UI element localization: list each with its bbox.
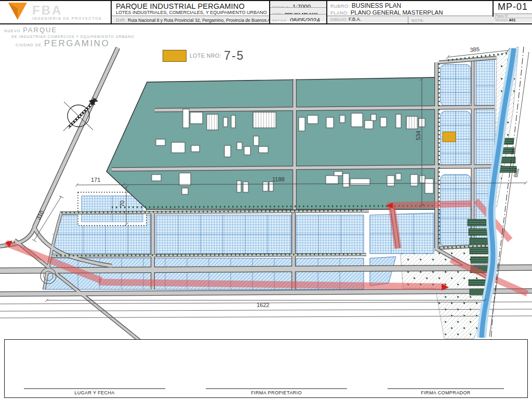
dim-385: 385: [470, 46, 480, 53]
signature-box: LUGAR Y FECHA FIRMA PROPIETARIO FIRMA CO…: [4, 339, 528, 398]
dim-70: 70: [119, 201, 125, 207]
sheet-number-cell: MP-01 Plano N° Version A01: [494, 1, 532, 23]
signature-line: [206, 388, 347, 389]
sheet-code: MP-01: [494, 1, 532, 14]
dim-1622: 1622: [257, 302, 269, 308]
drawing-title: PARQUE INDUSTRIAL PERGAMINO: [112, 1, 269, 10]
banner-parque: PARQUE: [23, 26, 57, 34]
signature-block-owner: FIRMA PROPIETARIO: [206, 388, 347, 395]
fecha-row: FECHA: 08/05/2024: [270, 15, 326, 21]
dim-1188: 1188: [272, 176, 285, 182]
logo-tagline: INGENIERIA DE PROYECTOS: [32, 17, 102, 20]
lot-legend-label: LOTE NRO:: [190, 52, 221, 59]
banner-line2: DE INDUSTRIAS COMERCIOS Y EQUIPAMIENTO U…: [11, 35, 139, 38]
dim-534: 534: [415, 131, 421, 140]
signature-block-place-date: LUGAR Y FECHA: [24, 388, 165, 395]
signature-line: [24, 388, 165, 389]
highlighted-lot-7-5: [443, 132, 456, 142]
version-label: Version: [495, 18, 508, 22]
rubro-label: RUBRO:: [330, 4, 350, 9]
rubro-value: BUSINESS PLAN: [352, 2, 401, 9]
drawing-subtitle: LOTES INDUSTRIALES, COMERCIALES, Y EQUIP…: [112, 10, 269, 16]
drawing-sheet: FBA INGENIERIA DE PROYECTOS PARQUE INDUS…: [0, 0, 532, 399]
dibujo-label: DIBUJO:: [330, 17, 347, 22]
logo-brand: FBA: [32, 3, 62, 17]
plano-label: PLANO:: [330, 10, 349, 16]
lot-legend: LOTE NRO: 7-5: [163, 49, 244, 62]
lot-legend-value: 7-5: [224, 49, 244, 63]
cad-row: CAD: PPR-001-MP-0429: [270, 8, 326, 15]
dim-882: 882: [512, 167, 520, 178]
title-cell: PARQUE INDUSTRIAL PERGAMINO LOTES INDUST…: [112, 1, 270, 23]
version-value: A01: [509, 18, 515, 22]
nota-cell: NOTA:: [408, 17, 494, 23]
signature-line: [388, 388, 504, 389]
plano-row: PLANO: PLANO GENERAL MASTERPLAN: [327, 9, 493, 16]
address-row: DIR: Ruta Nacional 8 y Ruta Provincial 3…: [112, 16, 269, 23]
signature-label: LUGAR Y FECHA: [24, 390, 165, 395]
lot-color-swatch: [163, 50, 187, 62]
signature-block-buyer: FIRMA COMPRADOR: [388, 388, 504, 395]
scale-cell: ESCALA: 1:7000 CAD: PPR-001-MP-0429 FECH…: [270, 1, 327, 23]
signature-label: FIRMA PROPIETARIO: [206, 390, 347, 395]
dir-value: Ruta Nacional 8 y Ruta Provincial 32, Pe…: [128, 18, 269, 23]
escala-row: ESCALA: 1:7000: [270, 1, 326, 8]
title-block: FBA INGENIERIA DE PROYECTOS PARQUE INDUS…: [0, 0, 532, 24]
sheet-version: Version A01: [494, 18, 532, 22]
fecha-label: FECHA:: [272, 19, 288, 21]
dim-171: 171: [91, 177, 100, 183]
plano-value: PLANO GENERAL MASTERPLAN: [351, 9, 443, 16]
sheet-number-label: Plano N°: [494, 14, 532, 18]
dir-label: DIR:: [116, 17, 127, 23]
rubro-cell: RUBRO: BUSINESS PLAN PLANO: PLANO GENERA…: [327, 1, 494, 23]
escala-value: 1:7000: [292, 4, 311, 8]
signature-label: FIRMA COMPRADOR: [388, 390, 504, 395]
fecha-value: 08/05/2024: [290, 17, 320, 21]
fba-logo-icon: FBA INGENIERIA DE PROYECTOS: [0, 1, 111, 23]
logo-cell: FBA INGENIERIA DE PROYECTOS: [0, 1, 112, 23]
rubro-row: RUBRO: BUSINESS PLAN: [327, 1, 493, 9]
banner-nuevo: NUEVO: [4, 29, 21, 33]
dibujo-value: F.B.A.: [349, 17, 361, 22]
masterplan-drawing: 385 534 882 171 70 1188 310 1622 N: [0, 44, 532, 340]
